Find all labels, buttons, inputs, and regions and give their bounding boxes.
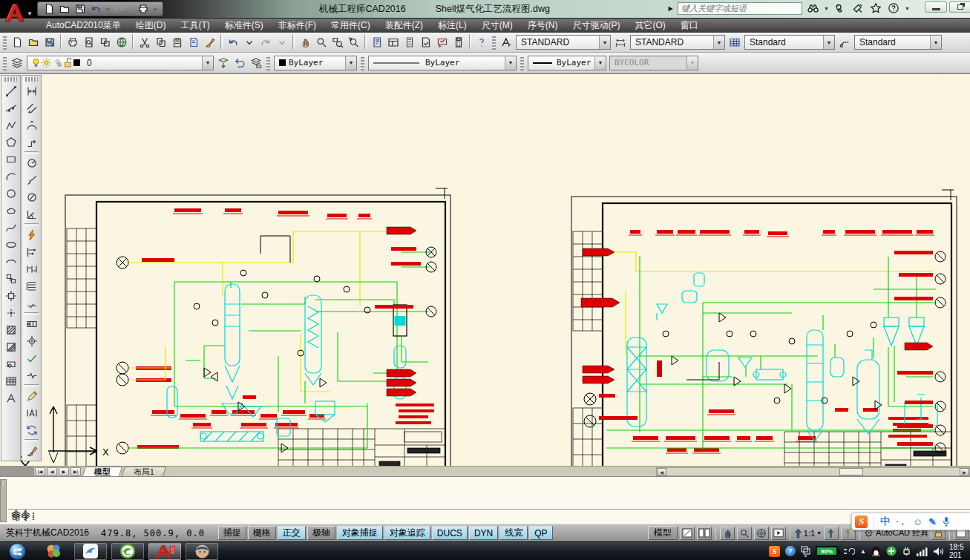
- dim-baseline-icon[interactable]: [23, 243, 40, 260]
- undo-dropdown-icon[interactable]: [104, 2, 111, 16]
- polygon-icon[interactable]: [2, 134, 19, 151]
- pan-icon[interactable]: [720, 527, 735, 540]
- hatch-icon[interactable]: [2, 321, 19, 338]
- ellipse-arc-icon[interactable]: [2, 253, 19, 270]
- table-icon[interactable]: [2, 372, 19, 389]
- layer-combo[interactable]: 0 ▼: [27, 56, 214, 70]
- combo-dropdown-icon[interactable]: ▼: [930, 36, 941, 49]
- dim-diameter-icon[interactable]: [23, 188, 40, 205]
- annotation-scale-control[interactable]: 1:1 ▼: [794, 528, 822, 538]
- layout-tab[interactable]: 布局1: [122, 467, 166, 476]
- minimize-button[interactable]: [925, 1, 947, 13]
- dim-angular-icon[interactable]: [23, 205, 40, 223]
- combo-dropdown-icon[interactable]: ▼: [823, 36, 834, 49]
- infocenter-expand-icon[interactable]: ▶: [666, 2, 675, 14]
- layer-viewport-freeze-icon[interactable]: [53, 58, 62, 67]
- 3d-dwf-icon[interactable]: [114, 34, 130, 50]
- menu-item[interactable]: 装配件(Z): [378, 18, 430, 33]
- spline-icon[interactable]: [2, 219, 19, 236]
- subscription-key-icon[interactable]: [833, 1, 848, 15]
- menu-item[interactable]: 工具(T): [173, 18, 217, 33]
- table-style-combo[interactable]: Standard ▼: [744, 35, 835, 50]
- separator[interactable]: [24, 312, 39, 314]
- dim-style-icon[interactable]: [23, 442, 40, 459]
- layer-color-swatch[interactable]: [73, 59, 80, 66]
- new-icon[interactable]: [9, 34, 25, 50]
- last-tab-icon[interactable]: ▶|: [71, 467, 81, 476]
- dim-edit-icon[interactable]: [23, 387, 40, 404]
- ime-emoticon-icon[interactable]: ☺: [913, 516, 923, 527]
- text-style-combo[interactable]: STANDARD ▼: [516, 35, 611, 50]
- redo-icon[interactable]: [258, 34, 274, 50]
- ime-punctuation-icon[interactable]: ·，: [896, 516, 907, 527]
- combo-dropdown-icon[interactable]: ▼: [345, 56, 356, 70]
- pan-icon[interactable]: [297, 34, 313, 50]
- status-toggle[interactable]: DYN: [469, 526, 498, 540]
- revision-cloud-icon[interactable]: [2, 202, 19, 219]
- scale-dropdown-icon[interactable]: ▼: [816, 530, 822, 536]
- combo-dropdown-icon[interactable]: ▼: [599, 36, 610, 49]
- tool-palettes-icon[interactable]: [402, 34, 418, 50]
- layer-unlock-icon[interactable]: [64, 58, 72, 67]
- properties-palette-icon[interactable]: [369, 34, 385, 50]
- battery-indicator[interactable]: 90%: [816, 546, 838, 556]
- separator[interactable]: [220, 34, 223, 49]
- status-toggle[interactable]: 对象捕捉: [337, 526, 383, 540]
- multiline-text-icon[interactable]: [2, 389, 19, 406]
- toolbar-grip[interactable]: [3, 56, 7, 70]
- region-icon[interactable]: [2, 355, 19, 372]
- scroll-right-icon[interactable]: ▶: [960, 468, 969, 475]
- make-block-icon[interactable]: [2, 287, 19, 304]
- status-toggle[interactable]: 正交: [278, 526, 306, 540]
- dim-arc-length-icon[interactable]: [23, 116, 40, 134]
- toolbar-grip[interactable]: [3, 35, 7, 50]
- menu-item[interactable]: 尺寸驱动(P): [565, 18, 627, 33]
- mleader-style-combo[interactable]: Standard ▼: [854, 35, 942, 50]
- make-object-layer-current-icon[interactable]: [215, 55, 232, 71]
- favorites-star-icon[interactable]: [868, 1, 883, 15]
- jogged-linear-icon[interactable]: [23, 366, 40, 383]
- hidden-icons-arrow[interactable]: ▲: [860, 548, 866, 555]
- menu-item[interactable]: 绘图(D): [128, 18, 174, 33]
- design-center-icon[interactable]: [385, 34, 402, 50]
- quick-view-drawings-icon[interactable]: [697, 527, 712, 540]
- coordinates-readout[interactable]: 479.8, 500.9, 0.0: [101, 528, 205, 538]
- tray-sogou-icon[interactable]: S: [769, 546, 780, 557]
- point-icon[interactable]: [2, 304, 19, 321]
- status-toggle[interactable]: 栅格: [248, 526, 276, 540]
- dim-continue-icon[interactable]: [23, 260, 40, 277]
- gradient-icon[interactable]: [2, 338, 19, 355]
- scroll-left-icon[interactable]: ◀: [657, 468, 666, 475]
- volume-icon[interactable]: [933, 547, 944, 556]
- network-signal-icon[interactable]: [917, 547, 928, 556]
- communication-center-icon[interactable]: [851, 1, 865, 15]
- undo-dropdown-icon[interactable]: [241, 34, 258, 50]
- ellipse-icon[interactable]: [2, 236, 19, 253]
- layer-properties-icon[interactable]: [9, 55, 25, 71]
- plot-dropdown-icon[interactable]: [151, 2, 159, 16]
- dim-text-edit-icon[interactable]: [23, 404, 40, 421]
- combo-dropdown-icon[interactable]: ▼: [505, 56, 516, 70]
- construction-line-icon[interactable]: [2, 99, 19, 116]
- dim-style-combo[interactable]: STANDARD ▼: [630, 35, 725, 50]
- toolbar-grip[interactable]: [492, 35, 496, 50]
- taskbar-qq-avatar-icon[interactable]: [186, 543, 218, 560]
- taskbar-360-icon[interactable]: [37, 543, 70, 560]
- next-tab-icon[interactable]: ▶: [59, 467, 69, 476]
- color-combo[interactable]: ByLayer ▼: [274, 56, 357, 70]
- text-style-icon[interactable]: [498, 34, 514, 50]
- power-plug-icon[interactable]: [843, 547, 855, 556]
- open-icon[interactable]: [25, 34, 42, 50]
- ime-microphone-icon[interactable]: [943, 516, 950, 527]
- mleader-style-icon[interactable]: [836, 34, 853, 50]
- menu-item[interactable]: 标准件(S): [217, 18, 271, 33]
- zoom-window-icon[interactable]: [330, 34, 346, 50]
- menu-item[interactable]: 尺寸(M): [474, 18, 520, 33]
- show-motion-icon[interactable]: [771, 527, 786, 540]
- help-icon[interactable]: [886, 1, 901, 15]
- horizontal-scrollbar[interactable]: ◀ ▶: [656, 467, 970, 476]
- copy-icon[interactable]: [153, 34, 169, 50]
- search-binoculars-icon[interactable]: [805, 1, 820, 15]
- quickcalc-icon[interactable]: [450, 34, 467, 50]
- status-toggle[interactable]: QP: [529, 526, 552, 540]
